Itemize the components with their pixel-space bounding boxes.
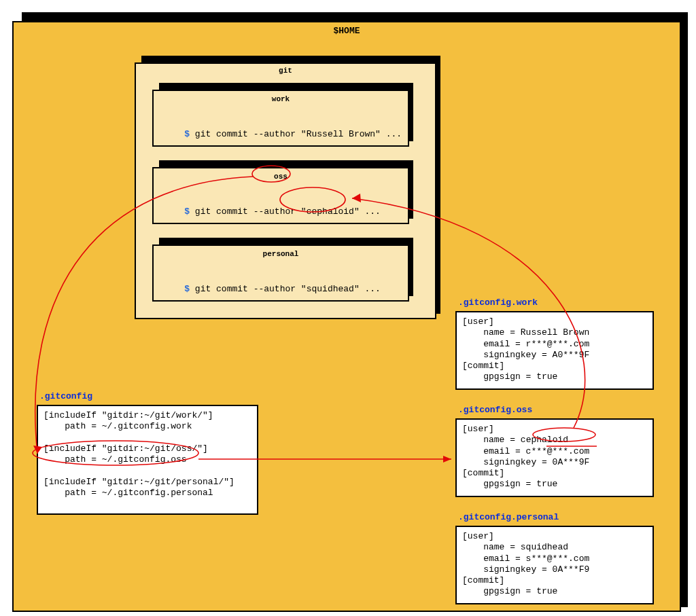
dir-oss: oss $ git commit --author "cephaloid" ..… xyxy=(152,167,409,224)
dir-work-prompt: $ xyxy=(184,129,190,139)
gitconfig-personal-box: [user] name = squidhead email = s***@***… xyxy=(455,526,654,604)
gitconfig-work-box: [user] name = Russell Brown email = r***… xyxy=(455,311,654,390)
dir-work-cmd: $ git commit --author "Russell Brown" ..… xyxy=(163,118,402,151)
dir-personal-cmd-author: squidhead xyxy=(307,284,354,294)
dir-oss-cmd: $ git commit --author "cephaloid" ... xyxy=(163,196,381,229)
gitconfig-oss-box: [user] name = cephaloid email = c***@***… xyxy=(455,418,654,497)
dir-personal-prompt: $ xyxy=(184,284,190,294)
dir-personal: personal $ git commit --author "squidhea… xyxy=(152,244,409,302)
dir-oss-cmd-pre: git commit --author " xyxy=(190,206,307,217)
dir-oss-prompt: $ xyxy=(184,206,190,217)
dir-work-cmd-pre: git commit --author " xyxy=(190,129,307,139)
dir-work-title: work xyxy=(154,95,408,103)
home-title: $HOME xyxy=(14,26,680,36)
dir-oss-cmd-author: cephaloid xyxy=(307,206,354,217)
gitconfig-personal-title: .gitconfig.personal xyxy=(458,512,559,522)
gitconfig-box: [includeIf "gitdir:~/git/work/"] path = … xyxy=(37,405,258,515)
gitconfig-work-title: .gitconfig.work xyxy=(458,297,538,308)
dir-personal-cmd: $ git commit --author "squidhead" ... xyxy=(163,273,381,306)
dir-personal-cmd-pre: git commit --author " xyxy=(190,284,307,294)
gitconfig-oss-body-post: email = c***@***.com signingkey = 0A***9… xyxy=(462,446,589,490)
gitconfig-oss-body-author: cephaloid xyxy=(521,435,568,445)
gitconfig-title: .gitconfig xyxy=(39,391,92,401)
gitconfig-oss-body-pre: [user] name = xyxy=(462,424,521,445)
dir-work-cmd-post: " ... xyxy=(375,129,402,139)
dir-work-cmd-author: Russell Brown xyxy=(307,129,375,139)
git-title: git xyxy=(136,67,435,75)
dir-personal-title: personal xyxy=(154,250,408,258)
dir-oss-title: oss xyxy=(154,173,408,181)
dir-personal-cmd-post: " ... xyxy=(354,284,381,294)
dir-oss-cmd-post: " ... xyxy=(354,206,381,217)
gitconfig-oss-title: .gitconfig.oss xyxy=(458,405,532,415)
dir-work: work $ git commit --author "Russell Brow… xyxy=(152,90,409,147)
